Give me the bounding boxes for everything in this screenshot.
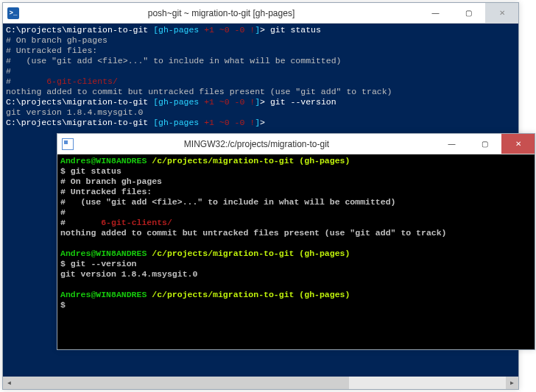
git-bash-title: MINGW32:/c/projects/migration-to-git [78,139,435,149]
terminal-line: # Untracked files: [60,187,532,197]
scroll-thumb[interactable] [15,377,349,389]
terminal-line: Andres@WIN8ANDRES /c/projects/migration-… [60,249,532,259]
terminal-line: # Untracked files: [6,46,515,56]
window-controls: — ▢ ✕ [435,134,535,154]
terminal-line: Andres@WIN8ANDRES /c/projects/migration-… [60,156,532,166]
terminal-line: # 6-git-clients/ [60,218,532,228]
terminal-line: git version 1.8.4.msysgit.0 [6,107,515,118]
git-bash-icon [57,134,78,154]
terminal-line: Andres@WIN8ANDRES /c/projects/migration-… [60,290,532,300]
terminal-line: $ git status [60,166,532,177]
git-bash-terminal[interactable]: Andres@WIN8ANDRES /c/projects/migration-… [57,154,535,349]
powershell-icon: >_ [3,3,24,24]
scroll-track[interactable] [15,377,506,389]
close-button[interactable]: ✕ [501,134,535,154]
powershell-titlebar[interactable]: >_ posh~git ~ migration-to-git [gh-pages… [3,3,518,24]
horizontal-scrollbar[interactable]: ◀ ▶ [3,377,518,389]
terminal-line: $ git --version [60,259,532,269]
terminal-line: nothing added to commit but untracked fi… [60,228,532,238]
minimize-button[interactable]: — [419,3,452,23]
git-bash-window: MINGW32:/c/projects/migration-to-git — ▢… [57,133,535,350]
maximize-button[interactable]: ▢ [452,3,485,23]
maximize-button[interactable]: ▢ [468,134,501,154]
terminal-line: # [6,66,515,76]
window-controls: — ▢ ✕ [419,3,518,23]
terminal-line [60,238,532,249]
terminal-line: C:\projects\migration-to-git [gh-pages +… [6,118,515,128]
terminal-line: nothing added to commit but untracked fi… [6,87,515,97]
terminal-line: $ [60,300,532,310]
minimize-button[interactable]: — [435,134,468,154]
scroll-right-button[interactable]: ▶ [506,377,518,389]
terminal-line: git version 1.8.4.msysgit.0 [60,269,532,279]
terminal-line [60,279,532,290]
scroll-left-button[interactable]: ◀ [3,377,15,389]
terminal-line: # On branch gh-pages [6,35,515,46]
git-bash-titlebar[interactable]: MINGW32:/c/projects/migration-to-git — ▢… [57,134,535,154]
terminal-line: C:\projects\migration-to-git [gh-pages +… [6,97,515,107]
powershell-title: posh~git ~ migration-to-git [gh-pages] [24,8,419,18]
close-button[interactable]: ✕ [485,3,518,23]
terminal-line: C:\projects\migration-to-git [gh-pages +… [6,25,515,35]
terminal-line: # (use "git add <file>..." to include in… [60,197,532,207]
terminal-line: # [60,207,532,218]
terminal-line: # (use "git add <file>..." to include in… [6,56,515,66]
terminal-line: # On branch gh-pages [60,177,532,187]
terminal-line: # 6-git-clients/ [6,76,515,87]
